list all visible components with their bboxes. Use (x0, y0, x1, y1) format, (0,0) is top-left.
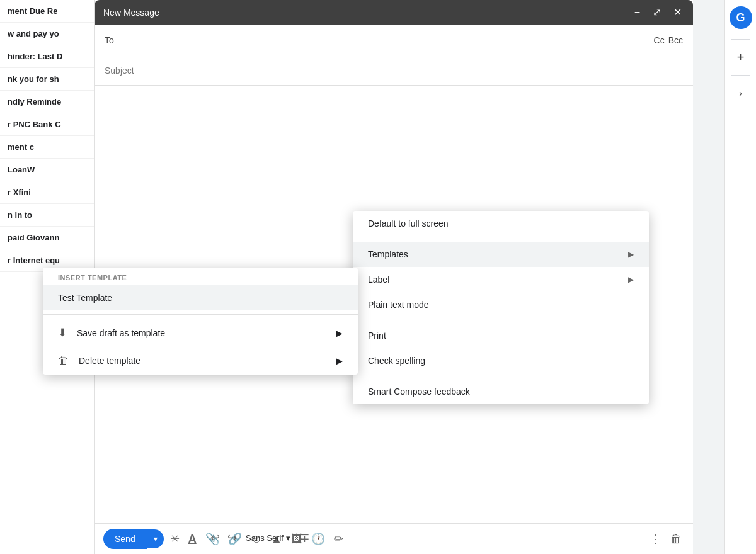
subject-field (94, 55, 693, 86)
templates-arrow-icon: ▶ (628, 250, 634, 259)
email-item-8[interactable]: LoanW (0, 159, 94, 181)
email-item-2[interactable]: w and pay yo (0, 23, 94, 45)
signature-button[interactable]: ✏ (331, 529, 346, 548)
to-input[interactable] (123, 35, 654, 45)
delete-draft-button[interactable]: 🗑 (668, 530, 684, 548)
right-sidebar: G + › (724, 0, 756, 554)
save-template-icon: ⬇ (58, 326, 67, 339)
dropdown-divider-2 (353, 320, 649, 320)
dropdown-item-smartcompose-label: Smart Compose feedback (368, 387, 470, 397)
template-name: Test Template (58, 293, 112, 303)
email-item-3[interactable]: hinder: Last D (0, 45, 94, 68)
close-button[interactable]: ✕ (671, 6, 684, 19)
format-text-button[interactable]: A (186, 530, 199, 548)
to-label: To (105, 35, 123, 45)
sidebar-divider-2 (731, 75, 750, 76)
email-item-4[interactable]: nk you for sh (0, 68, 94, 91)
undo-button[interactable]: ↩ (208, 528, 222, 547)
template-action-save[interactable]: ⬇ Save draft as template ▶ (43, 319, 358, 347)
plus-icon[interactable]: + (733, 50, 748, 65)
cc-button[interactable]: Cc (654, 35, 665, 45)
to-field: To Cc Bcc (94, 25, 693, 55)
dropdown-item-smartcompose[interactable]: Smart Compose feedback (353, 379, 649, 404)
delete-template-label: Delete template (79, 356, 140, 366)
compose-header: New Message − ⤢ ✕ (94, 0, 693, 25)
font-name: Sans Serif (246, 533, 284, 543)
more-options-button[interactable]: ⋮ (648, 529, 664, 548)
delete-template-icon: 🗑 (58, 354, 69, 367)
email-item-5[interactable]: ndly Reminde (0, 91, 94, 113)
compose-toolbar: Send ▾ ✳ A 📎 🔗 ☺ ▲ 🖼 🕐 ✏ ↩ ↪ Sans Serif … (94, 523, 693, 554)
dropdown-item-plaintext[interactable]: Plain text mode (353, 292, 649, 317)
font-selector[interactable]: Sans Serif ▾ (242, 531, 294, 545)
dropdown-item-label-label: Label (368, 274, 389, 285)
sidebar-divider-1 (731, 39, 750, 40)
dropdown-item-templates[interactable]: Templates ▶ (353, 242, 649, 267)
dropdown-divider-3 (353, 376, 649, 376)
sparkle-icon-button[interactable]: ✳ (168, 529, 182, 548)
dropdown-item-spellcheck[interactable]: Check spelling (353, 348, 649, 373)
template-submenu: INSERT TEMPLATE Test Template ⬇ Save dra… (43, 268, 358, 375)
send-dropdown-button[interactable]: ▾ (147, 529, 164, 548)
redo-button[interactable]: ↪ (225, 528, 239, 547)
font-dropdown-arrow: ▾ (286, 533, 290, 543)
label-arrow-icon: ▶ (628, 275, 634, 284)
save-template-arrow: ▶ (336, 328, 343, 338)
send-button[interactable]: Send (103, 529, 147, 549)
dropdown-divider-1 (353, 239, 649, 239)
avatar[interactable]: G (730, 6, 752, 29)
template-item-test[interactable]: Test Template (43, 285, 358, 310)
compose-title: New Message (103, 8, 159, 18)
minimize-button[interactable]: − (632, 6, 643, 19)
email-item-1[interactable]: ment Due Re (0, 0, 94, 23)
dropdown-item-fullscreen[interactable]: Default to full screen (353, 211, 649, 236)
delete-template-arrow: ▶ (336, 356, 343, 366)
email-item-10[interactable]: n in to (0, 204, 94, 227)
dropdown-item-spellcheck-label: Check spelling (368, 356, 425, 366)
chevron-right-icon[interactable]: › (733, 86, 748, 101)
font-size-button[interactable]: ∓ (297, 528, 312, 548)
dropdown-item-print-label: Print (368, 331, 386, 341)
compose-controls: − ⤢ ✕ (632, 6, 684, 19)
save-template-label: Save draft as template (77, 328, 165, 338)
dropdown-item-label[interactable]: Label ▶ (353, 267, 649, 292)
email-item-6[interactable]: r PNC Bank C (0, 113, 94, 136)
dropdown-item-plaintext-label: Plain text mode (368, 300, 429, 310)
dropdown-item-print[interactable]: Print (353, 323, 649, 348)
dropdown-item-fullscreen-label: Default to full screen (368, 218, 449, 229)
template-section-header: INSERT TEMPLATE (43, 268, 358, 285)
email-item-7[interactable]: ment c (0, 136, 94, 159)
email-item-11[interactable]: paid Giovann (0, 227, 94, 249)
bcc-button[interactable]: Bcc (668, 35, 683, 45)
email-item-9[interactable]: r Xfini (0, 181, 94, 204)
subject-input[interactable] (105, 65, 683, 76)
template-divider-1 (43, 314, 358, 315)
fullscreen-button[interactable]: ⤢ (650, 6, 663, 19)
template-action-delete[interactable]: 🗑 Delete template ▶ (43, 347, 358, 375)
dropdown-item-templates-label: Templates (368, 249, 408, 259)
cc-bcc-buttons: Cc Bcc (654, 35, 683, 45)
main-dropdown: Default to full screen Templates ▶ Label… (353, 211, 649, 404)
